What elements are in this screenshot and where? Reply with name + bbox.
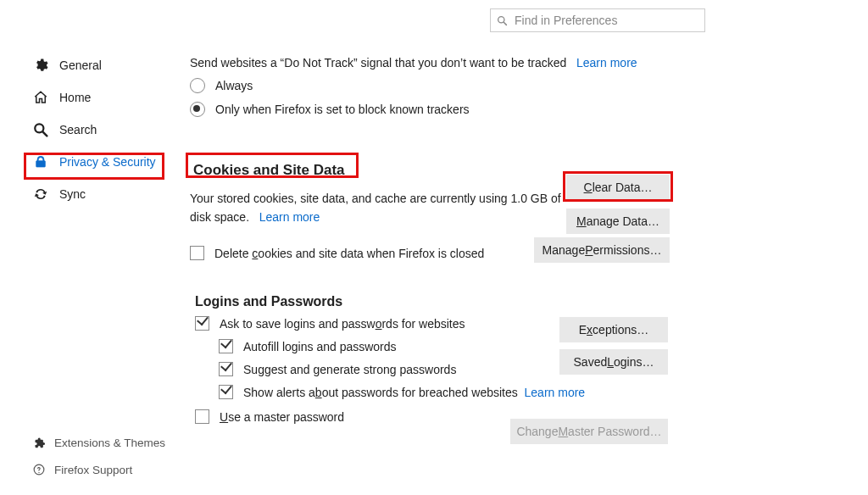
sidebar-item-label: Search (59, 123, 97, 136)
suggest-passwords-label: Suggest and generate strong passwords (243, 363, 456, 376)
preferences-search-input[interactable] (513, 13, 699, 28)
cookies-desc-text: Your stored cookies, site data, and cach… (190, 192, 561, 224)
sidebar-footer: Extensions & Themes Firefox Support (32, 429, 219, 483)
breach-alerts-learn-more-link[interactable]: Learn more (525, 386, 586, 399)
dnt-option-always-label: Always (215, 79, 253, 92)
cookies-learn-more-link[interactable]: Learn more (259, 210, 320, 224)
dnt-option-always-row[interactable]: Always (190, 78, 690, 93)
change-master-password-button: Change Master Password… (510, 419, 668, 444)
checkbox-icon[interactable] (219, 385, 233, 399)
help-icon (32, 463, 46, 476)
extensions-themes-link[interactable]: Extensions & Themes (32, 429, 219, 456)
svg-line-3 (43, 132, 47, 136)
checkbox-icon[interactable] (195, 316, 209, 331)
sidebar-item-general[interactable]: General (25, 49, 170, 81)
sidebar-item-sync[interactable]: Sync (25, 178, 170, 210)
sidebar-item-search[interactable]: Search (25, 114, 170, 146)
sidebar-item-label: Sync (59, 187, 86, 201)
preferences-search[interactable] (490, 8, 705, 32)
svg-line-1 (504, 22, 506, 25)
delete-cookies-label: Delete cookies and site data when Firefo… (214, 247, 484, 260)
sidebar-item-home[interactable]: Home (25, 81, 170, 114)
dnt-description: Send websites a “Do Not Track” signal th… (190, 56, 690, 70)
manage-permissions-button[interactable]: Manage Permissions… (534, 237, 670, 263)
sidebar-item-privacy-security[interactable]: Privacy & Security (25, 146, 170, 178)
lock-icon (32, 153, 49, 170)
manage-data-button[interactable]: Manage Data… (566, 209, 670, 234)
cookies-heading: Cookies and Site Data (190, 158, 348, 183)
master-password-label: Use a master password (220, 410, 344, 424)
search-icon (32, 121, 49, 138)
delete-cookies-on-close-row[interactable]: Delete cookies and site data when Firefo… (190, 246, 484, 260)
saved-logins-button[interactable]: Saved Logins… (559, 349, 668, 375)
sidebar-item-label: Home (59, 91, 91, 104)
sidebar-item-label: General (59, 58, 102, 72)
autofill-label: Autofill logins and passwords (243, 340, 397, 353)
checkbox-icon[interactable] (190, 246, 204, 260)
breach-alerts-row[interactable]: Show alerts about passwords for breached… (219, 385, 670, 399)
ask-save-logins-label: Ask to save logins and passwords for web… (220, 317, 465, 331)
dnt-option-block-label: Only when Firefox is set to block known … (215, 103, 470, 116)
checkbox-icon[interactable] (195, 409, 209, 424)
checkbox-icon[interactable] (219, 362, 233, 376)
firefox-support-label: Firefox Support (54, 464, 132, 476)
exceptions-button[interactable]: Exceptions… (559, 317, 668, 342)
radio-icon[interactable] (190, 78, 205, 93)
preferences-sidebar: General Home Search Privacy & Security S… (25, 49, 170, 210)
clear-data-button[interactable]: Clear Data… (566, 175, 670, 200)
logins-heading: Logins and Passwords (195, 294, 670, 309)
dnt-option-block-row[interactable]: Only when Firefox is set to block known … (190, 102, 690, 117)
home-icon (32, 89, 49, 106)
extensions-themes-label: Extensions & Themes (54, 437, 165, 449)
cookies-section: Cookies and Site Data Your stored cookie… (190, 158, 563, 227)
sidebar-item-label: Privacy & Security (59, 155, 156, 169)
puzzle-icon (32, 436, 46, 449)
sync-icon (32, 186, 49, 203)
firefox-support-link[interactable]: Firefox Support (32, 456, 219, 483)
svg-point-2 (35, 124, 43, 132)
dnt-learn-more-link[interactable]: Learn more (576, 56, 637, 70)
search-icon (496, 14, 508, 26)
dnt-text: Send websites a “Do Not Track” signal th… (190, 56, 566, 70)
breach-alerts-label: Show alerts about passwords for breached… (243, 386, 518, 399)
checkbox-icon[interactable] (219, 339, 233, 353)
gear-icon (32, 57, 49, 74)
cookies-description: Your stored cookies, site data, and cach… (190, 190, 563, 226)
main-content: Send websites a “Do Not Track” signal th… (190, 56, 690, 117)
radio-icon[interactable] (190, 102, 205, 117)
